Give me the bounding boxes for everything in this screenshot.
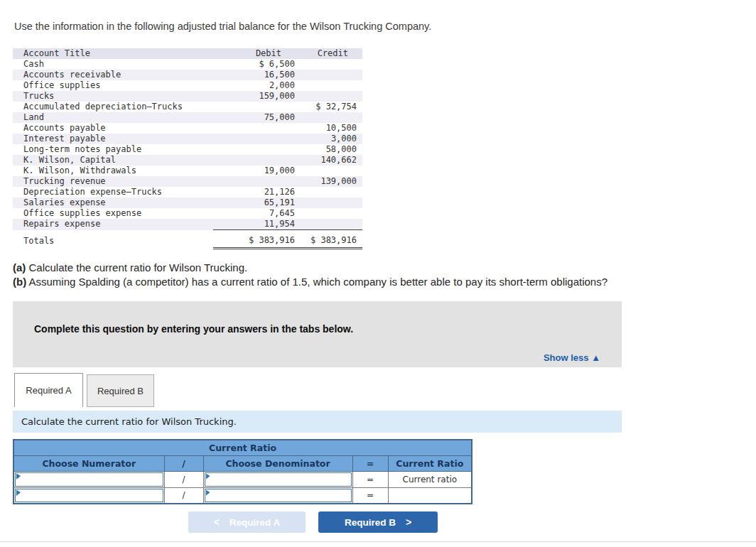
show-less-link[interactable]: Show less ▲ — [544, 352, 600, 363]
table-row: Interest payable3,000 — [13, 134, 362, 144]
numerator-dropdown-row2[interactable] — [15, 489, 163, 503]
panel-instruction: Complete this question by entering your … — [34, 323, 353, 335]
bottom-divider — [0, 541, 756, 542]
current-ratio-table: Current Ratio Choose Numerator / Choose … — [13, 439, 472, 504]
table-row: Accumulated depreciation—Trucks$ 32,754 — [13, 102, 362, 112]
denominator-dropdown-row1[interactable] — [205, 472, 352, 487]
intro-text: Use the information in the following adj… — [14, 21, 431, 32]
dropdown-flag-icon — [16, 490, 21, 497]
ratio-table-title-row: Current Ratio — [14, 440, 472, 455]
question-a: (a) Calculate the current ratio for Wils… — [13, 261, 608, 275]
instruction-panel: Complete this question by entering your … — [13, 301, 622, 367]
required-a-prev-button[interactable]: < Required A — [188, 511, 306, 533]
table-row: Office supplies expense7,645 — [13, 208, 362, 219]
question-text: (a) Calculate the current ratio for Wils… — [13, 261, 608, 288]
ratio-table-title: Current Ratio — [14, 440, 472, 455]
tab-instruction-bar: Calculate the current ratio for Wilson T… — [13, 411, 622, 433]
col-choose-numerator: Choose Numerator — [14, 455, 164, 471]
col-account-title: Account Title — [13, 48, 213, 59]
table-row: Depreciation expense—Trucks21,126 — [13, 187, 362, 197]
required-tabs: Required A Required B — [14, 373, 154, 407]
required-b-next-button[interactable]: Required B > — [318, 511, 438, 533]
table-row: Land75,000 — [13, 112, 362, 123]
col-slash: / — [164, 455, 203, 471]
col-current-ratio: Current Ratio — [388, 455, 472, 471]
col-equals: = — [352, 455, 388, 471]
ratio-table-header-row: Choose Numerator / Choose Denominator = … — [14, 455, 472, 471]
totals-row: Totals$ 383,916$ 383,916 — [13, 230, 362, 249]
trial-balance-table: Account Title Debit Credit Cash$ 6,500 A… — [13, 48, 362, 249]
table-row: K. Wilson, Capital140,662 — [13, 155, 362, 166]
slash-cell: / — [164, 471, 203, 487]
table-row: K. Wilson, Withdrawals19,000 — [13, 166, 362, 176]
dropdown-flag-icon — [206, 490, 210, 497]
equals-cell: = — [352, 487, 388, 504]
table-row: Salaries expense65,191 — [13, 197, 362, 208]
show-less-arrow-icon: ▲ — [591, 352, 600, 363]
table-row: Trucking revenue139,000 — [13, 176, 362, 187]
chevron-left-icon: < — [214, 516, 220, 528]
table-row: Office supplies2,000 — [13, 80, 362, 91]
chevron-right-icon: > — [406, 516, 411, 528]
question-b: (b) Assuming Spalding (a competitor) has… — [13, 275, 608, 289]
tab-required-b[interactable]: Required B — [87, 374, 154, 407]
table-row: Repairs expense11,954 — [13, 219, 362, 230]
denominator-dropdown-row2[interactable] — [205, 489, 352, 503]
col-credit: Credit — [298, 48, 362, 59]
equals-cell: = — [352, 471, 388, 487]
col-debit: Debit — [213, 48, 298, 59]
table-row: Accounts payable10,500 — [13, 123, 362, 134]
slash-cell: / — [164, 487, 203, 504]
table-row: Long-term notes payable58,000 — [13, 144, 362, 155]
table-row: Trucks159,000 — [13, 91, 362, 102]
table-row: Cash$ 6,500 — [13, 59, 362, 70]
numerator-dropdown-row1[interactable] — [15, 472, 163, 487]
ratio-row-2: / = — [14, 487, 472, 504]
dropdown-flag-icon — [16, 474, 21, 480]
col-choose-denominator: Choose Denominator — [203, 455, 352, 471]
trial-balance-header: Account Title Debit Credit — [13, 48, 362, 59]
table-row: Accounts receivable16,500 — [13, 70, 362, 80]
tab-required-a[interactable]: Required A — [14, 373, 83, 407]
current-ratio-result-empty — [388, 487, 472, 504]
ratio-row-1: / = Current ratio — [14, 471, 472, 487]
dropdown-flag-icon — [206, 474, 210, 480]
current-ratio-result-label: Current ratio — [388, 471, 472, 487]
